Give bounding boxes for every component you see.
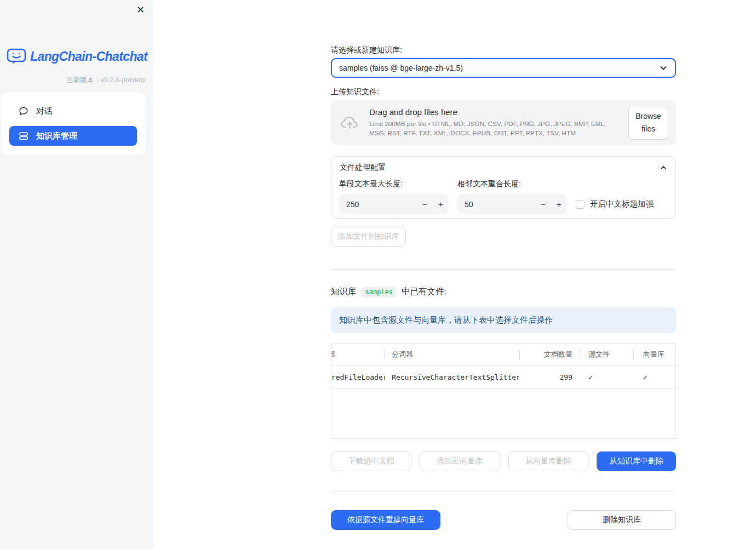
minus-stepper-button[interactable]: − [417,199,433,209]
delete-kb-button[interactable]: 删除知识库 [568,510,676,530]
col-header-loader: 器 [331,344,385,365]
overlap-size-group: 相邻文本重合长度: 50 − + [457,179,567,214]
sidebar-item-kb-management[interactable]: 知识库管理 [9,126,137,146]
divider [331,269,676,270]
plus-stepper-button[interactable]: + [551,199,567,209]
dropzone-text: Drag and drop files here Limit 200MB per… [369,107,628,138]
kb-level-buttons: 依据源文件重建向量库 删除知识库 [331,510,676,530]
app-window: ✕ LangChain-Chatchat 当前版本：v0.2.6-preview [0,0,756,549]
table-row[interactable]: uredFileLoader RecursiveCharacterTextSpl… [331,365,675,389]
file-dropzone[interactable]: Drag and drop files here Limit 200MB per… [331,100,676,145]
upload-label: 上传知识文件: [331,87,676,97]
cell-source-file-check: ✓ [580,373,633,381]
chunk-size-input[interactable]: 250 − + [339,194,449,214]
check-icon: ✓ [643,373,648,381]
col-header-vector-store: 向量库 [633,344,676,365]
sidebar: ✕ LangChain-Chatchat 当前版本：v0.2.6-preview [0,0,153,549]
cell-splitter: RecursiveCharacterTextSplitter [385,373,519,381]
download-selected-button[interactable]: 下载选中文档 [331,451,411,471]
knowledge-base-icon [18,130,29,141]
minus-stepper-button[interactable]: − [535,199,551,209]
files-table: 器 分词器 文档数量 源文件 向量库 uredFileLoader Recurs… [331,344,676,439]
divider [331,491,676,492]
version-value: v0.2.6-preview [101,76,145,84]
chat-bubble-icon [18,106,29,117]
checkbox-box[interactable] [576,200,585,209]
checkbox-label: 开启中文标题加强 [590,199,654,209]
cell-loader: uredFileLoader [331,373,385,381]
main-content: 请选择或新建知识库: samples (faiss @ bge-large-zh… [331,0,676,549]
add-files-to-kb-button[interactable]: 添加文件到知识库 [331,227,406,247]
sidebar-nav: 对话 知识库管理 [1,93,145,155]
chunk-size-value[interactable]: 250 [339,200,417,209]
file-action-buttons: 下载选中文档 添加至向量库 从向量库删除 从知识库中删除 [331,451,676,471]
chunk-size-label: 单段文本最大长度: [339,179,449,189]
version-text: 当前版本：v0.2.6-preview [66,76,145,85]
check-icon: ✓ [588,373,593,381]
expander-body: 单段文本最大长度: 250 − + 相邻文本重合长度: 50 − + [331,179,675,214]
plus-stepper-button[interactable]: + [433,199,449,209]
add-to-vector-store-button[interactable]: 添加至向量库 [420,451,500,471]
expander-header[interactable]: 文件处理配置 [331,157,675,179]
cloud-upload-icon [340,114,360,131]
kb-name-code: samples [362,287,397,298]
kb-files-prefix: 知识库 [331,286,357,298]
overlap-size-input[interactable]: 50 − + [457,194,567,214]
file-config-expander: 文件处理配置 单段文本最大长度: 250 − + 相邻文本重合长度: [331,156,676,219]
chevron-down-icon [659,64,668,72]
sidebar-item-label: 知识库管理 [36,131,77,141]
table-header-row: 器 分词器 文档数量 源文件 向量库 [331,344,675,365]
kb-files-heading: 知识库 samples 中已有文件: [331,286,676,298]
sidebar-close-icon[interactable]: ✕ [134,3,147,17]
delete-from-kb-button[interactable]: 从知识库中删除 [597,451,676,471]
browse-files-button[interactable]: Browse files [628,106,668,140]
delete-from-vector-store-button[interactable]: 从向量库删除 [508,451,589,471]
kb-select-value: samples (faiss @ bge-large-zh-v1.5) [339,64,659,72]
overlap-size-value[interactable]: 50 [457,200,535,209]
kb-select-label: 请选择或新建知识库: [331,45,676,55]
cell-doc-count: 299 [519,373,580,381]
overlap-size-label: 相邻文本重合长度: [457,179,567,189]
sidebar-item-dialogue[interactable]: 对话 [9,101,137,121]
info-banner-text: 知识库中包含源文件与向量库，请从下表中选择文件后操作 [339,315,553,325]
brand-name: LangChain-Chatchat [30,49,147,64]
sidebar-item-label: 对话 [36,106,53,117]
zh-title-enhance-checkbox[interactable]: 开启中文标题加强 [576,194,654,214]
info-banner: 知识库中包含源文件与向量库，请从下表中选择文件后操作 [331,307,676,333]
col-header-source-file: 源文件 [580,344,633,365]
col-header-doc-count: 文档数量 [519,344,580,365]
dropzone-limit-hint: Limit 200MB per file • HTML, MD, JSON, C… [369,119,624,138]
brand-logo: LangChain-Chatchat [7,48,147,65]
brand-chat-smiley-icon [7,48,26,65]
dropzone-title: Drag and drop files here [369,107,624,117]
version-label: 当前版本： [66,76,101,84]
rebuild-vector-store-button[interactable]: 依据源文件重建向量库 [331,510,440,530]
cell-vector-store-check: ✓ [633,373,676,381]
kb-select[interactable]: samples (faiss @ bge-large-zh-v1.5) [331,58,676,78]
chevron-up-icon [660,164,667,171]
chunk-size-group: 单段文本最大长度: 250 − + [339,179,449,214]
col-header-splitter: 分词器 [385,344,519,365]
kb-files-suffix: 中已有文件: [402,286,446,298]
expander-title: 文件处理配置 [340,163,386,173]
